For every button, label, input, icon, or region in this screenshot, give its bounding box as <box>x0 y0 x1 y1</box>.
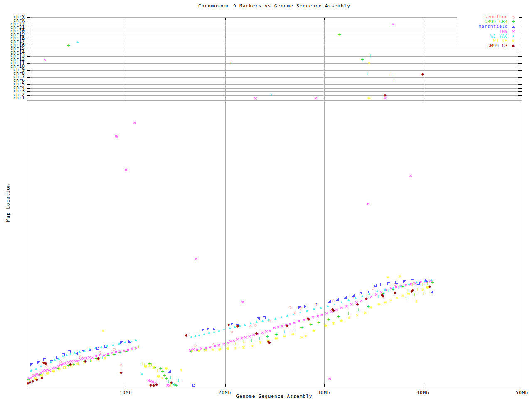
point-wi-rh <box>383 300 388 305</box>
legend-row: Genethon <box>457 15 519 20</box>
chrom-hit-tng <box>253 96 258 101</box>
chrom-hit-tng <box>391 22 396 27</box>
point-wi-yac <box>77 349 82 354</box>
chrom-hit-wi-rh <box>367 61 372 66</box>
point-wi-yac <box>266 317 271 322</box>
point-wi-yac <box>82 348 87 353</box>
point-wi-yac <box>222 327 227 332</box>
point-wi-yac <box>291 312 296 317</box>
y-tick-left <box>27 32 30 32</box>
y-tick-right <box>518 70 522 71</box>
y-tick-left <box>27 42 30 42</box>
legend: GenethonGM99 GB4MarshfieldTNGWI YACWI RH… <box>457 15 519 48</box>
point-gm99-g3 <box>43 361 48 366</box>
y-tick-left <box>27 91 30 92</box>
point-wi-rh <box>63 365 68 370</box>
point-wi-rh <box>51 369 56 374</box>
legend-label: WI YAC <box>457 34 508 39</box>
point-gm99-g3 <box>254 331 259 336</box>
point-wi-rh <box>75 362 80 367</box>
y-tick-right <box>518 21 522 21</box>
point-wi-rh <box>197 348 202 353</box>
point-wi-rh <box>331 321 336 326</box>
chromosome-row-line <box>27 88 522 89</box>
x-tick-bottom <box>225 384 226 387</box>
point-wi-rh <box>311 328 316 333</box>
legend-label: Marshfield <box>457 24 508 29</box>
point-wi-yac <box>197 332 202 337</box>
point-wi-rh <box>204 348 209 353</box>
point-wi-rh <box>400 293 405 298</box>
point-wi-yac <box>339 300 344 305</box>
point-gm99-g3 <box>227 322 232 327</box>
point-wi-rh <box>282 334 287 339</box>
chromosome-row-line <box>27 95 522 96</box>
y-tick-right <box>518 99 522 99</box>
point-wi-yac <box>72 350 77 355</box>
x-tick-bottom <box>324 384 325 387</box>
point-marshfield <box>192 383 196 387</box>
point-tng <box>339 305 344 310</box>
fdiam-icon <box>511 43 516 48</box>
point-wi-yac <box>139 371 144 376</box>
point-wi-rh <box>389 298 394 303</box>
point-wi-rh <box>369 305 374 310</box>
point-marshfield <box>379 282 384 287</box>
y-tick-left <box>27 60 30 60</box>
y-tick-right <box>518 53 522 53</box>
point-wi-rh <box>347 315 352 320</box>
x-tick-bottom <box>126 384 126 387</box>
chromosome-row-line <box>27 42 522 42</box>
point-tng <box>344 304 349 309</box>
point-genethon <box>288 305 293 310</box>
y-tick-right <box>518 46 522 46</box>
point-wi-yac <box>133 337 138 342</box>
y-tick-left <box>27 35 30 35</box>
chrom-hit-gm99-gb4 <box>66 43 71 48</box>
point-wi-rh <box>323 323 328 328</box>
point-gm99-g3 <box>39 375 44 380</box>
point-gm99-g3 <box>381 293 386 298</box>
y-tick-left <box>27 88 30 89</box>
chromosome-row-line <box>27 84 522 85</box>
y-tick-right <box>518 77 522 78</box>
point-gm99-gb4 <box>308 322 313 327</box>
point-wi-rh <box>250 344 255 349</box>
point-wi-yac <box>111 342 116 347</box>
point-wi-yac <box>93 345 98 350</box>
legend-row: Marshfield <box>457 24 519 29</box>
point-gm99-g3 <box>267 340 272 345</box>
point-wi-rh <box>101 329 106 334</box>
point-wi-yac <box>248 320 253 325</box>
point-tng <box>324 311 329 316</box>
point-gm99-gb4 <box>356 308 361 313</box>
point-tng <box>240 300 245 305</box>
x-tick-bottom <box>424 384 424 387</box>
point-gm99-g3 <box>96 356 101 361</box>
y-tick-left <box>27 46 30 46</box>
point-gm99-g3 <box>331 308 336 313</box>
chrom-hit-gm99-gb4 <box>392 79 397 84</box>
point-wi-yac <box>254 319 259 324</box>
chromosome-row-line <box>27 67 522 67</box>
point-gm99-g3 <box>118 370 123 375</box>
point-gm99-gb4 <box>415 287 420 292</box>
y-tick-right <box>518 35 522 35</box>
legend-marker <box>508 39 519 44</box>
point-marshfield <box>327 299 332 303</box>
point-gm99-g3 <box>392 290 397 295</box>
plot-area <box>27 17 522 387</box>
point-wi-yac <box>391 285 396 290</box>
x-axis-label: Genome Sequence Assembly <box>27 394 522 399</box>
point-tng <box>292 320 297 325</box>
y-tick-left <box>27 95 30 96</box>
point-gm99-g3 <box>427 284 432 289</box>
point-tng <box>115 134 120 139</box>
point-tng <box>327 377 332 382</box>
point-wi-yac <box>422 278 427 283</box>
point-wi-rh <box>377 302 382 307</box>
point-gm99-g3 <box>34 377 39 382</box>
chrom-hit-gm99-g3 <box>420 71 425 76</box>
point-marshfield <box>298 305 302 310</box>
point-wi-yac <box>406 281 411 286</box>
